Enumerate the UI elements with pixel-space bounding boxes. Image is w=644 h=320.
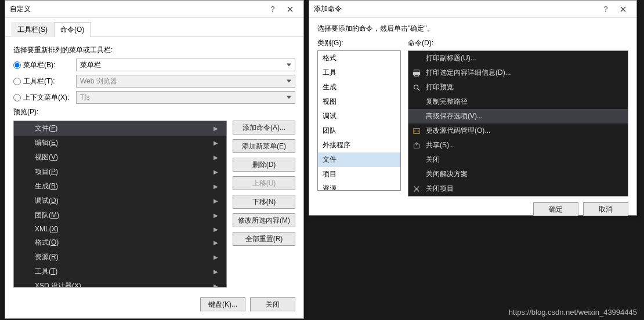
tab-toolbar[interactable]: 工具栏(S) xyxy=(11,22,54,37)
preview-item[interactable]: 视图(V)▶ xyxy=(14,150,226,165)
category-item[interactable]: 视图 xyxy=(318,94,400,109)
radio-row-context: 上下文菜单(X): Tfs xyxy=(13,91,295,104)
side-buttons: 添加命令(A)... 添加新菜单(E) 删除(D) 上移(U) 下移(N) 修改… xyxy=(233,121,295,288)
category-item[interactable]: 团队 xyxy=(318,123,400,138)
categories-column: 类别(G): 格式工具生成视图调试团队外接程序文件项目资源 xyxy=(317,38,401,197)
categories-label: 类别(G): xyxy=(317,38,401,48)
radio-row-menubar: 菜单栏(B): 菜单栏 xyxy=(13,59,295,71)
preview-item[interactable]: 生成(B)▶ xyxy=(14,179,226,194)
ok-button[interactable]: 确定 xyxy=(533,202,578,216)
delete-button[interactable]: 删除(D) xyxy=(233,158,295,172)
close-button[interactable] xyxy=(614,2,632,16)
command-item[interactable]: 打印选定内容详细信息(D)... xyxy=(408,66,628,80)
command-label: 关闭解决方案 xyxy=(426,169,468,179)
combo-context[interactable]: Tfs xyxy=(76,91,295,104)
command-item[interactable]: 更改源代码管理(O)... xyxy=(408,123,628,138)
preview-item[interactable]: 项目(P)▶ xyxy=(14,165,226,179)
category-item[interactable]: 项目 xyxy=(318,167,400,181)
category-item[interactable]: 文件 xyxy=(318,152,400,167)
add-command-button[interactable]: 添加命令(A)... xyxy=(233,121,295,134)
two-column-layout: 类别(G): 格式工具生成视图调试团队外接程序文件项目资源 命令(D): 打印副… xyxy=(317,38,628,197)
reset-button[interactable]: 全部重置(R) xyxy=(233,232,295,246)
titlebar: 添加命令 ? xyxy=(309,1,636,18)
commands-list[interactable]: 打印副标题(U)...打印选定内容详细信息(D)...打印预览复制完整路径高级保… xyxy=(408,50,628,197)
source-icon xyxy=(412,126,421,136)
radio-toolbar[interactable]: 工具栏(T): xyxy=(13,77,71,86)
titlebar: 自定义 ? xyxy=(5,1,303,18)
close-dialog-button[interactable]: 关闭 xyxy=(250,297,295,311)
print-icon xyxy=(412,68,421,78)
preview-item[interactable]: 团队(M)▶ xyxy=(14,208,226,223)
preview-item[interactable]: 调试(D)▶ xyxy=(14,194,226,208)
dialog-title: 添加命令 xyxy=(314,4,597,14)
command-label: 打印副标题(U)... xyxy=(426,53,476,63)
category-item[interactable]: 生成 xyxy=(318,80,400,94)
preview-item[interactable]: XML(X)▶ xyxy=(14,223,226,235)
category-item[interactable]: 调试 xyxy=(318,109,400,123)
customize-dialog: 自定义 ? 工具栏(S) 命令(O) 选择要重新排列的菜单或工具栏: 菜单栏(B… xyxy=(5,0,304,319)
command-label: 关闭项目 xyxy=(426,184,454,194)
preview-item[interactable]: 编辑(E)▶ xyxy=(14,136,226,150)
dialog-body: 选择要重新排列的菜单或工具栏: 菜单栏(B): 菜单栏 工具栏(T): Web … xyxy=(5,37,303,293)
move-up-button[interactable]: 上移(U) xyxy=(233,176,295,190)
preview-item[interactable]: 资源(R)▶ xyxy=(14,250,226,264)
command-label: 打印预览 xyxy=(426,82,454,92)
category-item[interactable]: 工具 xyxy=(318,66,400,80)
category-item[interactable]: 格式 xyxy=(318,51,400,66)
modify-button[interactable]: 修改所选内容(M) xyxy=(233,213,295,227)
dialog-body: 选择要添加的命令，然后单击"确定"。 类别(G): 格式工具生成视图调试团队外接… xyxy=(309,18,636,222)
categories-list[interactable]: 格式工具生成视图调试团队外接程序文件项目资源 xyxy=(317,50,401,191)
command-item[interactable]: 共享(S)... xyxy=(408,138,628,152)
category-item[interactable]: 资源 xyxy=(318,181,400,191)
command-label: 共享(S)... xyxy=(426,140,455,150)
command-item[interactable]: 复制完整路径 xyxy=(408,94,628,109)
combo-menubar[interactable]: 菜单栏 xyxy=(76,59,295,71)
help-button[interactable]: ? xyxy=(264,2,281,16)
preview-item[interactable]: 工具(T)▶ xyxy=(14,264,226,279)
command-item[interactable]: 关闭项目 xyxy=(408,181,628,196)
close-icon xyxy=(287,6,293,12)
section-label: 选择要重新排列的菜单或工具栏: xyxy=(13,45,295,55)
move-down-button[interactable]: 下移(N) xyxy=(233,195,295,209)
radio-toolbar-input[interactable] xyxy=(13,78,21,85)
close-button[interactable] xyxy=(281,2,299,16)
category-item[interactable]: 外接程序 xyxy=(318,138,400,152)
radio-row-toolbar: 工具栏(T): Web 浏览器 xyxy=(13,75,295,88)
radio-menubar-input[interactable] xyxy=(13,61,21,69)
radio-context-input[interactable] xyxy=(13,94,21,101)
command-item[interactable]: 打印副标题(U)... xyxy=(408,51,628,66)
command-item[interactable]: 关闭解决方案 xyxy=(408,167,628,181)
commands-column: 命令(D): 打印副标题(U)...打印选定内容详细信息(D)...打印预览复制… xyxy=(408,38,628,197)
radio-context[interactable]: 上下文菜单(X): xyxy=(13,93,71,103)
close-icon xyxy=(412,184,421,194)
command-label: 打印选定内容详细信息(D)... xyxy=(426,68,511,78)
svg-rect-1 xyxy=(413,72,420,75)
command-item[interactable]: 高级保存选项(V)... xyxy=(408,109,628,123)
blank-icon xyxy=(412,97,421,107)
keyboard-button[interactable]: 键盘(K)... xyxy=(200,297,245,311)
preview-area: 文件(F)▶编辑(E)▶视图(V)▶项目(P)▶生成(B)▶调试(D)▶团队(M… xyxy=(13,121,295,288)
blank-icon xyxy=(412,155,421,165)
add-menu-button[interactable]: 添加新菜单(E) xyxy=(233,139,295,153)
commands-label: 命令(D): xyxy=(408,38,628,48)
cancel-button[interactable]: 取消 xyxy=(583,202,628,216)
combo-toolbar[interactable]: Web 浏览器 xyxy=(76,75,295,88)
tab-commands[interactable]: 命令(O) xyxy=(54,22,91,37)
command-label: 关闭 xyxy=(426,155,440,165)
preview-item[interactable]: 文件(F)▶ xyxy=(14,121,226,136)
preview-item[interactable]: 格式(O)▶ xyxy=(14,235,226,250)
instruction-text: 选择要添加的命令，然后单击"确定"。 xyxy=(317,24,628,34)
footer-buttons: 键盘(K)... 关闭 xyxy=(200,297,295,311)
preview-list[interactable]: 文件(F)▶编辑(E)▶视图(V)▶项目(P)▶生成(B)▶调试(D)▶团队(M… xyxy=(13,121,227,288)
svg-point-3 xyxy=(414,85,418,89)
help-button[interactable]: ? xyxy=(597,2,614,16)
preview-item[interactable]: XSD 设计器(X)▶ xyxy=(14,279,226,288)
close-icon xyxy=(620,6,626,12)
share-icon xyxy=(412,141,421,150)
footer-buttons: 确定 取消 xyxy=(317,202,628,216)
command-item[interactable]: 打印预览 xyxy=(408,80,628,94)
watermark: https://blog.csdn.net/weixin_43994445 xyxy=(509,308,637,317)
dialog-title: 自定义 xyxy=(10,4,264,14)
command-item[interactable]: 关闭 xyxy=(408,152,628,167)
radio-menubar[interactable]: 菜单栏(B): xyxy=(13,60,71,70)
